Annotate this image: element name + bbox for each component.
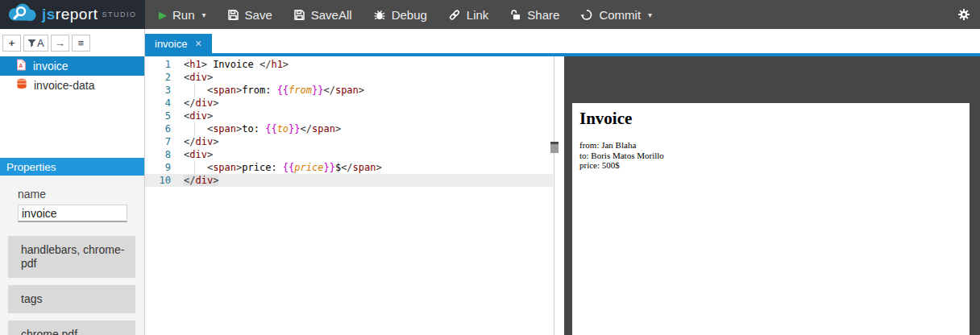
link-icon (448, 9, 461, 21)
line-number: 2 (145, 71, 171, 84)
unlock-icon (509, 9, 521, 21)
chrome-pdf-button[interactable]: chrome pdf (8, 321, 135, 335)
link-button[interactable]: Link (438, 0, 500, 29)
tree-menu-button[interactable]: ≡ (72, 35, 90, 52)
line-number: 1 (145, 58, 171, 71)
editor-line[interactable]: 4</div> (145, 97, 553, 110)
share-button[interactable]: Share (499, 0, 570, 29)
tags-button[interactable]: tags (8, 285, 135, 313)
entity-item-invoice[interactable]: A invoice (0, 56, 144, 76)
preview-title: Invoice (579, 109, 962, 129)
chevron-down-icon: ▾ (648, 10, 652, 19)
code-lines: 1<h1> Invoice </h1>2<div>3 <span>from: {… (145, 58, 553, 187)
logo-studio-label: STUDIO (102, 10, 137, 19)
content-split: 1<h1> Invoice </h1>2<div>3 <span>from: {… (145, 56, 980, 335)
preview-paper: Invoice from: Jan Blahato: Boris Matos M… (572, 103, 970, 335)
filter-by-name-button[interactable]: A (23, 35, 48, 52)
tab-bar: invoice ✕ (145, 29, 980, 53)
line-number: 5 (145, 110, 171, 122)
floppy-icon (227, 9, 239, 21)
bug-icon (373, 9, 386, 21)
line-number: 3 (145, 84, 171, 97)
line-number: 7 (145, 135, 171, 148)
preview-text-line: from: Jan Blaha (579, 140, 962, 151)
editor-line[interactable]: 9 <span>price: {{price}}$</span> (145, 161, 553, 174)
preview-text-line: to: Boris Matos Morillo (579, 151, 962, 161)
entity-item-invoice-data[interactable]: invoice-data (0, 76, 144, 95)
properties-panel-header[interactable]: Properties (0, 158, 144, 176)
entity-tree-toolbar: + A → ≡ (0, 29, 144, 52)
splitter-drag-handle[interactable] (550, 142, 559, 153)
template-file-icon: A (16, 59, 27, 73)
indent-guide (194, 161, 195, 174)
cloud-magnifier-logo-icon (6, 2, 37, 27)
close-icon[interactable]: ✕ (194, 39, 201, 49)
preview-pane: Invoice from: Jan Blahato: Boris Matos M… (564, 56, 980, 335)
editor-line[interactable]: 2<div> (145, 71, 553, 84)
pane-splitter[interactable] (553, 56, 564, 335)
tab-label: invoice (155, 38, 187, 50)
line-number: 4 (145, 97, 171, 110)
commit-button[interactable]: Commit ▾ (570, 0, 662, 29)
indent-guide (194, 84, 195, 97)
toolbar-menu: ▶ Run ▾ Save SaveAll (145, 0, 662, 29)
history-icon (580, 9, 593, 21)
preview-body: from: Jan Blahato: Boris Matos Morillopr… (579, 140, 962, 171)
editor-line[interactable]: 8<div> (145, 148, 553, 161)
line-number: 9 (145, 161, 171, 174)
floppy-icon (293, 9, 305, 21)
preview-text-line: price: 500$ (579, 160, 962, 171)
chevron-down-icon: ▾ (202, 10, 206, 19)
tab-invoice[interactable]: invoice ✕ (145, 34, 212, 53)
editor-line[interactable]: 6 <span>to: {{to}}</span> (145, 122, 553, 135)
new-entity-button[interactable]: + (2, 35, 21, 52)
collapse-arrow-button[interactable]: → (51, 35, 69, 52)
funnel-icon (27, 39, 36, 48)
line-number: 6 (145, 122, 171, 135)
entity-tree: A invoice invoice-data (0, 56, 144, 95)
name-input[interactable] (18, 205, 127, 222)
editor-line[interactable]: 3 <span>from: {{from}}</span> (145, 84, 553, 97)
saveall-button[interactable]: SaveAll (283, 0, 363, 29)
top-toolbar: jsreport STUDIO ▶ Run ▾ Save SaveAll (0, 0, 980, 29)
line-number: 8 (145, 148, 171, 161)
play-icon: ▶ (159, 9, 167, 21)
editor-line[interactable]: 1<h1> Invoice </h1> (145, 58, 553, 71)
main-area: invoice ✕ 1<h1> Invoice </h1>2<div>3 <sp… (145, 29, 980, 335)
indent-guide (194, 122, 195, 135)
debug-button[interactable]: Debug (363, 0, 438, 29)
editor-line[interactable]: 5<div> (145, 110, 553, 122)
editor-line[interactable]: 7</div> (145, 135, 553, 148)
line-number: 10 (145, 174, 171, 187)
code-editor[interactable]: 1<h1> Invoice </h1>2<div>3 <span>from: {… (145, 56, 553, 335)
engine-recipe-button[interactable]: handlebars, chrome-pdf (8, 236, 135, 278)
data-database-icon (16, 78, 27, 93)
logo-wordmark: jsreport (42, 6, 98, 23)
name-label: name (18, 188, 144, 201)
settings-gear-icon[interactable] (957, 8, 970, 24)
properties-panel: Properties name handlebars, chrome-pdf t… (0, 158, 144, 335)
app-logo[interactable]: jsreport STUDIO (0, 0, 145, 29)
editor-line[interactable]: 10</div> (145, 174, 553, 187)
run-button[interactable]: ▶ Run ▾ (148, 0, 217, 29)
save-button[interactable]: Save (217, 0, 283, 29)
svg-text:A: A (19, 63, 23, 68)
sidebar: + A → ≡ A invoice (0, 29, 145, 335)
